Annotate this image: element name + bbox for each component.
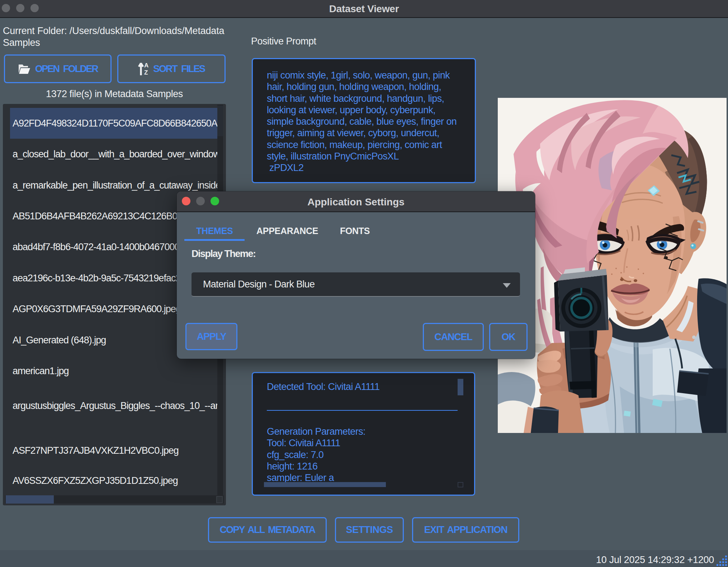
svg-text:A: A	[144, 62, 148, 69]
svg-text:Z: Z	[144, 69, 148, 75]
